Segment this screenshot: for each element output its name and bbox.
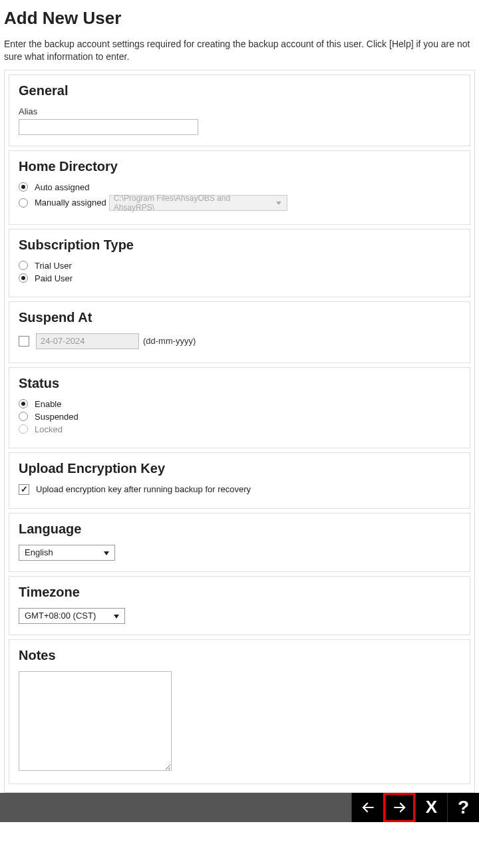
suspend-format-hint: (dd-mm-yyyy) (143, 336, 196, 346)
radio-status-enable[interactable]: Enable (19, 399, 460, 409)
upload-key-checkbox-row[interactable]: Upload encryption key after running back… (19, 484, 460, 495)
radio-icon (19, 261, 28, 270)
radio-icon (19, 273, 28, 283)
radio-status-suspended[interactable]: Suspended (19, 412, 460, 422)
radio-icon (19, 198, 28, 208)
alias-label: Alias (19, 106, 460, 116)
footer-bar: X ? (0, 793, 479, 822)
radio-icon (19, 182, 28, 192)
section-title-suspend-at: Suspend At (19, 310, 460, 325)
radio-icon (19, 412, 28, 421)
section-language: Language English (9, 513, 470, 572)
radio-icon (19, 424, 28, 434)
arrow-right-icon (391, 799, 408, 816)
section-timezone: Timezone GMT+08:00 (CST) (9, 576, 470, 635)
radio-label: Trial User (35, 261, 72, 271)
alias-input[interactable] (19, 119, 198, 135)
radio-label: Suspended (35, 412, 79, 422)
section-title-language: Language (19, 521, 460, 537)
page-title: Add New User (4, 8, 475, 29)
notes-textarea[interactable] (19, 671, 172, 771)
section-title-status: Status (19, 376, 460, 391)
close-icon: X (426, 797, 437, 817)
timezone-select-value: GMT+08:00 (CST) (25, 611, 96, 621)
path-select-value: C:\Program Files\AhsayOBS and AhsayRPS\ (114, 194, 272, 212)
help-button[interactable]: ? (447, 793, 479, 822)
arrow-left-icon (359, 799, 377, 816)
section-home-directory: Home Directory Auto assigned Manually as… (9, 150, 470, 225)
language-select-value: English (25, 547, 53, 557)
section-title-upload-encryption-key: Upload Encryption Key (19, 461, 460, 476)
radio-label: Auto assigned (35, 182, 89, 192)
section-general: General Alias (9, 74, 470, 146)
radio-paid-user[interactable]: Paid User (19, 273, 460, 283)
next-button[interactable] (383, 793, 415, 822)
upload-key-checkbox-label: Upload encryption key after running back… (36, 484, 251, 494)
language-select[interactable]: English (19, 545, 115, 561)
radio-status-locked[interactable]: Locked (19, 424, 460, 434)
section-subscription-type: Subscription Type Trial User Paid User (9, 229, 470, 297)
section-title-subscription-type: Subscription Type (19, 237, 460, 253)
radio-label: Manually assigned (35, 198, 106, 208)
radio-auto-assigned[interactable]: Auto assigned (19, 182, 460, 192)
radio-trial-user[interactable]: Trial User (19, 261, 460, 271)
form-container: General Alias Home Directory Auto assign… (4, 70, 475, 793)
section-upload-encryption-key: Upload Encryption Key Upload encryption … (9, 452, 470, 509)
radio-label: Locked (35, 424, 63, 434)
radio-icon (19, 399, 28, 408)
section-suspend-at: Suspend At 24-07-2024 (dd-mm-yyyy) (9, 301, 470, 363)
cancel-button[interactable]: X (415, 793, 447, 822)
timezone-select[interactable]: GMT+08:00 (CST) (19, 608, 125, 624)
section-title-notes: Notes (19, 648, 460, 663)
page-intro: Enter the backup account settings requir… (4, 38, 475, 63)
section-title-timezone: Timezone (19, 585, 460, 600)
section-notes: Notes (9, 639, 470, 784)
suspend-date-input[interactable]: 24-07-2024 (36, 333, 139, 349)
help-icon: ? (458, 797, 469, 818)
section-title-general: General (19, 83, 460, 98)
radio-label: Enable (35, 399, 61, 409)
radio-label: Paid User (35, 273, 73, 283)
suspend-checkbox[interactable] (19, 336, 29, 347)
section-title-home-directory: Home Directory (19, 159, 460, 174)
section-status: Status Enable Suspended Locked (9, 367, 470, 448)
suspend-date-value: 24-07-2024 (41, 336, 85, 346)
back-button[interactable] (351, 793, 383, 822)
upload-key-checkbox (19, 484, 29, 495)
home-directory-path-select[interactable]: C:\Program Files\AhsayOBS and AhsayRPS\ (109, 195, 287, 211)
radio-manually-assigned[interactable]: Manually assigned C:\Program Files\Ahsay… (19, 195, 460, 211)
